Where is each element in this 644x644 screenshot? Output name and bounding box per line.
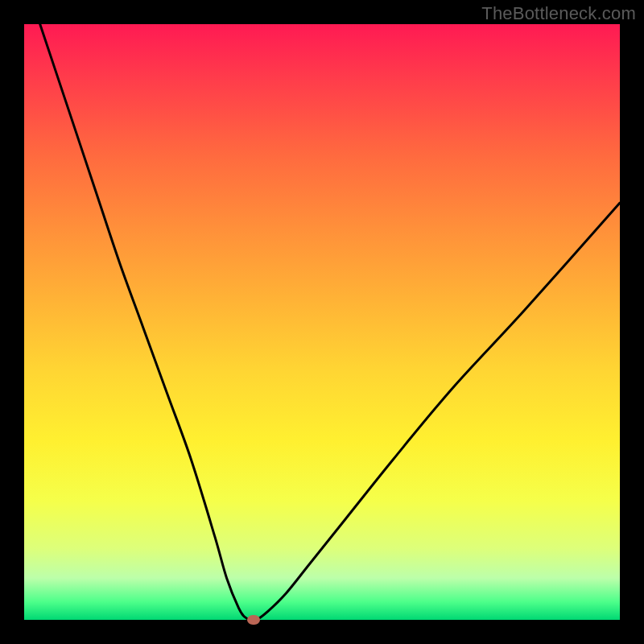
bottleneck-curve bbox=[24, 24, 620, 620]
minimum-marker bbox=[247, 615, 260, 625]
plot-area bbox=[24, 24, 620, 620]
chart-frame: TheBottleneck.com bbox=[0, 0, 644, 644]
watermark-text: TheBottleneck.com bbox=[481, 3, 636, 24]
